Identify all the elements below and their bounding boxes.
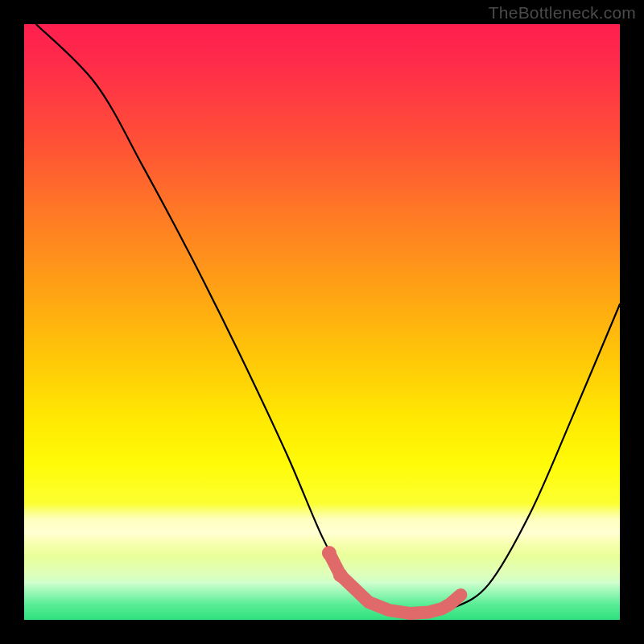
bottleneck-curve [36, 24, 620, 614]
watermark-text: TheBottleneck.com [489, 3, 636, 23]
highlight-stroke [329, 553, 461, 613]
chart-frame: TheBottleneck.com [0, 0, 644, 644]
highlight-markers [322, 546, 461, 613]
highlight-dot [333, 568, 348, 583]
plot-area [24, 24, 620, 620]
highlight-dot [322, 546, 336, 560]
curve-svg [24, 24, 620, 620]
